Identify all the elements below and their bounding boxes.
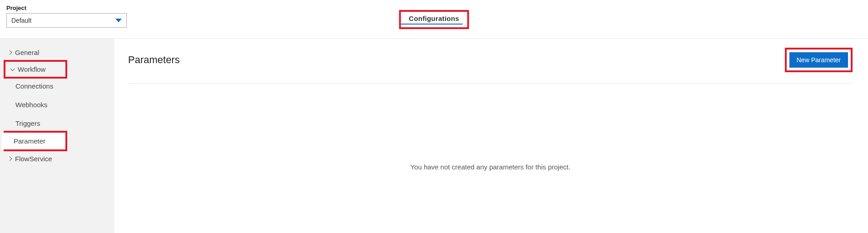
tab-configurations[interactable]: Configurations <box>409 15 459 22</box>
top-bar: Project Default Configurations <box>0 0 868 39</box>
project-label: Project <box>6 5 127 11</box>
body: General Workflow Connections Webhooks Tr… <box>0 39 868 233</box>
project-select-value: Default <box>11 17 31 24</box>
parameter-highlight: Parameter <box>4 131 67 151</box>
empty-state-message: You have not created any parameters for … <box>128 163 853 171</box>
sidebar-item-general[interactable]: General <box>0 43 114 62</box>
caret-down-icon <box>115 19 122 22</box>
new-parameter-highlight: New Parameter <box>785 48 853 72</box>
workflow-highlight: Workflow <box>4 60 67 79</box>
project-block: Project Default <box>6 5 127 28</box>
sidebar-item-flowservice[interactable]: FlowService <box>0 149 114 168</box>
sidebar-label-flowservice: FlowService <box>15 155 52 163</box>
page-header: Parameters New Parameter <box>128 48 853 84</box>
main: Parameters New Parameter You have not cr… <box>114 39 868 233</box>
tab-wrap: Configurations <box>399 10 469 29</box>
tab-underline <box>399 24 463 25</box>
sidebar-item-triggers[interactable]: Triggers <box>0 114 114 133</box>
sidebar: General Workflow Connections Webhooks Tr… <box>0 39 114 233</box>
sidebar-item-webhooks[interactable]: Webhooks <box>0 95 114 114</box>
chevron-right-icon <box>8 50 12 55</box>
new-parameter-button[interactable]: New Parameter <box>789 52 848 68</box>
sidebar-item-connections[interactable]: Connections <box>0 77 114 95</box>
sidebar-label-parameter: Parameter <box>14 137 45 145</box>
chevron-right-icon <box>8 157 12 161</box>
chevron-down-icon <box>10 66 15 71</box>
page-title: Parameters <box>128 54 180 66</box>
project-select[interactable]: Default <box>6 13 127 28</box>
configurations-tab-highlight: Configurations <box>399 10 469 29</box>
sidebar-label-workflow: Workflow <box>18 65 45 73</box>
sidebar-label-triggers: Triggers <box>15 119 40 127</box>
sidebar-label-webhooks: Webhooks <box>15 101 48 109</box>
sidebar-item-workflow[interactable]: Workflow <box>5 62 65 77</box>
sidebar-label-connections: Connections <box>15 82 53 90</box>
sidebar-label-general: General <box>15 49 39 56</box>
sidebar-item-parameter[interactable]: Parameter <box>2 133 65 149</box>
